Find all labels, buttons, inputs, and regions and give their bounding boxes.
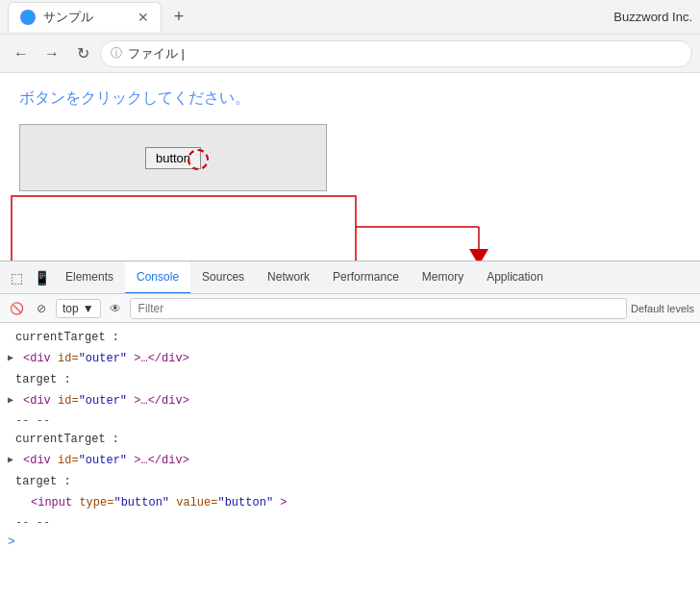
filter-icon[interactable]: ⊘ [31, 298, 52, 319]
expand-arrow-icon: ▶ [8, 350, 13, 367]
tab-area: 🌐 サンプル ✕ + [8, 2, 613, 32]
browser-tab[interactable]: 🌐 サンプル ✕ [8, 2, 162, 32]
console-line[interactable]: ▶ <div id="outer" >…</div> [0, 348, 700, 369]
context-value: top [62, 302, 79, 315]
tab-favicon: 🌐 [20, 10, 36, 25]
tab-memory[interactable]: Memory [411, 261, 475, 294]
tab-performance[interactable]: Performance [321, 261, 411, 294]
context-selector[interactable]: top ▼ [56, 299, 101, 318]
tab-application[interactable]: Application [475, 261, 555, 294]
info-icon: ⓘ [111, 45, 122, 62]
tab-console[interactable]: Console [125, 261, 190, 294]
button-wrapper: button [145, 147, 201, 169]
svg-rect-0 [12, 196, 356, 261]
console-line: target : [0, 471, 700, 492]
tab-network[interactable]: Network [256, 261, 321, 294]
tab-close-button[interactable]: ✕ [138, 10, 149, 25]
buzzword-label: Buzzword Inc. [613, 10, 692, 24]
filter-input[interactable] [130, 298, 627, 319]
console-separator: -- -- [0, 411, 700, 429]
back-button[interactable]: ← [8, 40, 35, 67]
device-icon[interactable]: 📱 [29, 265, 54, 290]
console-separator: -- -- [0, 513, 700, 531]
console-line: currentTarget : [0, 429, 700, 450]
devtools-toolbar: 🚫 ⊘ top ▼ 👁 Default levels [0, 294, 700, 323]
cursor-indicator [188, 149, 209, 170]
devtools-tabs: ⬚ 📱 Elements Console Sources Network Per… [0, 261, 700, 294]
forward-button[interactable]: → [38, 40, 65, 67]
page-instruction: ボタンをクリックしてください。 [19, 88, 681, 109]
console-output: currentTarget : ▶ <div id="outer" >…</di… [0, 323, 700, 596]
new-tab-button[interactable]: + [165, 4, 192, 31]
console-line: currentTarget : [0, 327, 700, 348]
devtools-panel: ⬚ 📱 Elements Console Sources Network Per… [0, 261, 700, 596]
expand-arrow-icon: ▶ [8, 392, 13, 410]
eye-icon[interactable]: 👁 [105, 298, 126, 319]
title-bar: 🌐 サンプル ✕ + Buzzword Inc. [0, 0, 700, 35]
console-prompt[interactable]: > [0, 531, 700, 553]
console-line[interactable]: ▶ <div id="outer" >…</div> [0, 450, 700, 471]
inspect-icon[interactable]: ⬚ [4, 265, 29, 290]
refresh-button[interactable]: ↻ [69, 40, 96, 67]
default-levels-label: Default levels [631, 303, 694, 314]
page-content: ボタンをクリックしてください。 button [0, 73, 700, 261]
context-dropdown-icon: ▼ [83, 302, 94, 315]
nav-bar: ← → ↻ ⓘ ファイル | [0, 35, 700, 73]
console-line: <input type="button" value="button" > [0, 492, 700, 513]
console-line[interactable]: ▶ <div id="outer" >…</div> [0, 390, 700, 411]
tab-elements[interactable]: Elements [54, 261, 125, 294]
button-container: button [19, 124, 327, 191]
tab-title: サンプル [43, 9, 93, 26]
tab-sources[interactable]: Sources [190, 261, 256, 294]
address-bar[interactable]: ⓘ ファイル | [100, 40, 692, 67]
expand-arrow-icon: ▶ [8, 452, 13, 469]
clear-console-button[interactable]: 🚫 [6, 298, 27, 319]
svg-marker-3 [469, 249, 488, 261]
console-line: target : [0, 369, 700, 390]
address-text: ファイル | [128, 45, 185, 62]
